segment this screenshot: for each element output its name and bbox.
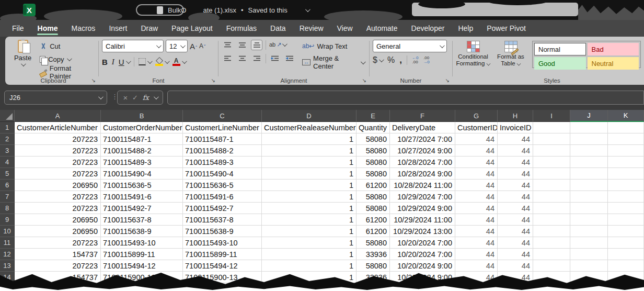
cell-H4[interactable]: 44 — [498, 156, 533, 168]
column-header-G[interactable]: G — [455, 110, 498, 122]
align-left-button[interactable] — [222, 53, 233, 64]
cell-A8[interactable]: 207223 — [15, 203, 101, 214]
tab-page-layout[interactable]: Page Layout — [165, 20, 220, 37]
cell-A5[interactable]: 207223 — [15, 168, 101, 180]
column-header-I[interactable]: I — [533, 110, 570, 122]
cell-I2[interactable] — [533, 133, 570, 145]
tab-power-pivot[interactable]: Power Pivot — [480, 20, 533, 37]
cell-K12[interactable] — [608, 249, 644, 260]
cell-A7[interactable]: 207223 — [15, 191, 101, 203]
increase-decimal-button[interactable]: ←0 .00 — [412, 56, 418, 64]
cell-F2[interactable]: 10/27/2024 7:00 — [390, 133, 455, 145]
row-header-1[interactable]: 1 — [0, 122, 15, 133]
cell-B10[interactable]: 7100115638-9 — [101, 226, 183, 237]
cell-K6[interactable] — [608, 180, 644, 191]
cell-B12[interactable]: 7100115899-11 — [101, 249, 183, 260]
cell-F6[interactable]: 10/28/2024 11:00 — [390, 180, 455, 191]
cell-B7[interactable]: 7100115491-6 — [101, 191, 183, 203]
tab-help[interactable]: Help — [451, 20, 480, 37]
cell-C2[interactable]: 7100115487-1 — [183, 133, 262, 145]
cell-A6[interactable]: 206950 — [15, 180, 101, 191]
cell-F10[interactable]: 10/29/2024 13:00 — [390, 226, 455, 237]
cell-K13[interactable] — [608, 260, 644, 272]
cell-J12[interactable] — [570, 249, 608, 260]
currency-button[interactable]: $ — [373, 55, 383, 65]
cell-B9[interactable]: 7100115637-8 — [101, 214, 183, 226]
cell-D9[interactable]: 1 — [262, 214, 356, 226]
row-header-3[interactable]: 3 — [0, 145, 15, 156]
cell-A9[interactable]: 206950 — [15, 214, 101, 226]
cell-J13[interactable] — [570, 260, 608, 272]
cell-C9[interactable]: 7100115637-8 — [183, 214, 262, 226]
wrap-text-button[interactable]: ab↩ Wrap Text — [301, 40, 366, 52]
cell-E3[interactable]: 58080 — [356, 145, 390, 156]
cell-D1[interactable]: CustomerRealeaseNumber — [262, 122, 356, 133]
cell-D2[interactable]: 1 — [262, 133, 356, 145]
number-dialog-launcher[interactable]: ↘ — [445, 78, 450, 83]
cell-I6[interactable] — [533, 180, 570, 191]
borders-button[interactable] — [139, 58, 151, 65]
column-header-E[interactable]: E — [356, 110, 390, 122]
cell-H1[interactable]: InvoiceID — [498, 122, 533, 133]
cell-D4[interactable]: 1 — [262, 156, 356, 168]
align-middle-button[interactable] — [236, 40, 248, 50]
bold-button[interactable]: B — [102, 58, 108, 66]
decrease-indent-button[interactable] — [269, 53, 281, 64]
cell-G12[interactable]: 44 — [455, 249, 498, 260]
cell-A3[interactable]: 207223 — [15, 145, 101, 156]
cell-E2[interactable]: 58080 — [356, 133, 390, 145]
cell-G5[interactable]: 44 — [455, 168, 498, 180]
cell-J9[interactable] — [570, 214, 608, 226]
underline-button[interactable]: U — [119, 58, 130, 66]
cell-J4[interactable] — [570, 156, 608, 168]
italic-button[interactable]: I — [112, 58, 114, 66]
merge-center-button[interactable]: ↔ Merge & Center — [301, 56, 366, 69]
cell-E6[interactable]: 61200 — [356, 180, 390, 191]
cell-D13[interactable]: 1 — [262, 260, 356, 272]
cell-C10[interactable]: 7100115638-9 — [183, 226, 262, 237]
cell-C12[interactable]: 7100115899-11 — [183, 249, 262, 260]
cell-B11[interactable]: 7100115493-10 — [101, 237, 183, 249]
style-normal[interactable]: Normal — [534, 43, 586, 55]
cell-B8[interactable]: 7100115492-7 — [101, 203, 183, 214]
cell-G13[interactable]: 44 — [455, 260, 498, 272]
row-header-8[interactable]: 8 — [0, 203, 15, 214]
name-box[interactable]: J26 — [4, 91, 107, 105]
tab-formulas[interactable]: Formulas — [220, 20, 263, 37]
row-header-5[interactable]: 5 — [0, 168, 15, 180]
cell-G8[interactable]: 44 — [455, 203, 498, 214]
cell-H11[interactable]: 44 — [498, 237, 533, 249]
column-header-F[interactable]: F — [390, 110, 455, 122]
row-header-7[interactable]: 7 — [0, 191, 15, 203]
row-header-13[interactable]: 13 — [0, 260, 15, 272]
cell-F5[interactable]: 10/28/2024 9:00 — [390, 168, 455, 180]
cell-G9[interactable]: 44 — [455, 214, 498, 226]
row-header-9[interactable]: 9 — [0, 214, 15, 226]
conditional-formatting-button[interactable]: Conditional Formatting — [456, 40, 490, 76]
tab-insert[interactable]: Insert — [102, 20, 134, 37]
cancel-icon[interactable]: × — [123, 93, 128, 102]
cell-E5[interactable]: 58080 — [356, 168, 390, 180]
increase-indent-button[interactable] — [284, 53, 295, 64]
font-family-select[interactable]: Calibri — [102, 40, 164, 52]
tab-file[interactable]: File — [5, 20, 31, 37]
cell-F9[interactable]: 10/29/2024 11:00 — [390, 214, 455, 226]
cell-J1[interactable] — [570, 122, 608, 133]
cell-D8[interactable]: 1 — [262, 203, 356, 214]
cell-E13[interactable]: 58080 — [356, 260, 390, 272]
cell-G4[interactable]: 44 — [455, 156, 498, 168]
fx-chevron-icon[interactable] — [154, 94, 159, 99]
cell-J7[interactable] — [570, 191, 608, 203]
row-header-12[interactable]: 12 — [0, 249, 15, 260]
fill-color-button[interactable] — [155, 58, 168, 66]
cell-E11[interactable]: 58080 — [356, 237, 390, 249]
cell-I3[interactable] — [533, 145, 570, 156]
cell-I5[interactable] — [533, 168, 570, 180]
tab-review[interactable]: Review — [293, 20, 330, 37]
cell-D12[interactable]: 1 — [262, 249, 356, 260]
paste-button[interactable]: Paste — [12, 40, 34, 79]
select-all-corner[interactable] — [0, 110, 15, 122]
cell-C4[interactable]: 7100115489-3 — [183, 156, 262, 168]
format-painter-button[interactable]: Format Painter — [38, 66, 95, 79]
cell-C7[interactable]: 7100115491-6 — [183, 191, 262, 203]
